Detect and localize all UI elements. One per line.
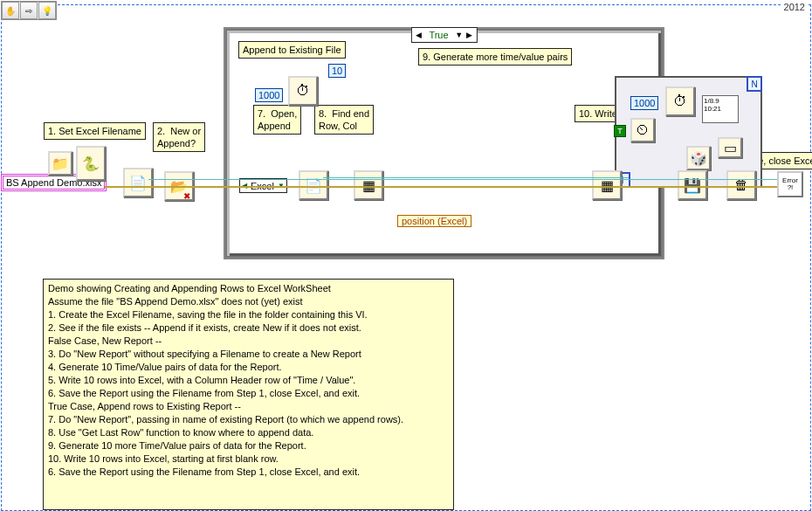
format-datetime-node[interactable]: 1/8.9 10:21 <box>702 95 739 123</box>
run-arrow-button[interactable]: ⇨ <box>20 2 38 19</box>
desc-s1: 1. Create the Excel Filename, saving the… <box>48 308 449 321</box>
label-step2: 2. New or Append? <box>153 122 205 152</box>
fmt-line1: 1/8.9 <box>704 97 737 105</box>
get-last-row-node[interactable]: ▦ <box>354 170 383 200</box>
desc-s5: 5. Write 10 rows into Excel, with a Colu… <box>48 374 449 387</box>
label-step7: 7. Open, Append <box>253 105 301 135</box>
case-dropdown-caret[interactable]: ▼ <box>454 30 464 40</box>
fmt-line2: 10:21 <box>704 105 737 113</box>
desc-s8: 8. Use "Get Last Row" function to know w… <box>48 426 449 439</box>
pan-tool-button[interactable]: ✋ <box>2 2 19 19</box>
wait-1000-constant-2[interactable]: 1000 <box>630 96 658 110</box>
desc-s10: 10. Write 10 rows into Excel, starting a… <box>48 452 449 466</box>
desc-s2: 2. See if the file exists -- Append if i… <box>48 321 449 335</box>
app-dir-node[interactable]: 📁 <box>48 151 72 176</box>
error-text-2: ?! <box>788 184 794 191</box>
report-ref-wire-main <box>148 179 777 180</box>
wait-1000-constant-1[interactable]: 1000 <box>255 88 283 102</box>
probe-button[interactable]: 💡 <box>38 2 56 19</box>
desc-title: Demo showing Creating and Appending Rows… <box>48 282 449 295</box>
dispose-report-node[interactable]: 🗑 <box>726 170 756 200</box>
report-ref-wire <box>323 177 629 178</box>
metronome-icon: ⏱ <box>296 83 310 99</box>
loop-count-constant[interactable]: 10 <box>328 64 346 78</box>
case-prev-arrow[interactable]: ◀ <box>413 30 423 40</box>
description-comment: Demo showing Creating and Appending Rows… <box>43 279 454 510</box>
error-wire-main <box>105 186 777 188</box>
excel-write-node[interactable]: ▦ <box>592 170 622 200</box>
case-next-arrow[interactable]: ▶ <box>464 30 475 40</box>
strip-path-node[interactable]: 📄 <box>123 168 153 197</box>
label-append: Append to Existing File <box>238 41 346 59</box>
case-value: True <box>423 30 453 40</box>
toolbar: ✋ ⇨ 💡 <box>1 1 57 20</box>
desc-tc: True Case, Append rows to Existing Repor… <box>48 400 449 413</box>
label-step9: 9. Generate more time/value pairs <box>418 48 572 66</box>
wait-ms-node-2[interactable]: ⏱ <box>665 86 695 116</box>
build-path-node[interactable]: 🐍 <box>76 146 106 181</box>
desc-s6b: 6. Save the Report using the Filename fr… <box>48 466 449 479</box>
case-structure[interactable]: ◀ True ▼ ▶ Append to Existing File 7. Op… <box>227 31 661 256</box>
label-step1: 1. Set Excel Filename <box>44 122 146 140</box>
wait-ms-node-1[interactable]: ⏱ <box>288 76 318 106</box>
labview-year-label: 2012 <box>782 2 807 12</box>
random-number-node[interactable]: 🎲 <box>686 146 711 170</box>
label-step8: 8. Find end Row, Col <box>314 105 374 135</box>
loop-N-terminal: N <box>747 76 762 92</box>
true-constant[interactable]: T <box>614 125 626 137</box>
get-time-node[interactable]: ⏲ <box>630 118 655 142</box>
build-array-node[interactable]: ▭ <box>718 137 742 158</box>
desc-s7: 7. Do "New Report", passing in name of e… <box>48 413 449 426</box>
error-out-cluster[interactable]: Error ?! <box>777 171 803 197</box>
save-report-node[interactable]: 💾 <box>678 170 707 200</box>
case-selector[interactable]: ◀ True ▼ ▶ <box>410 27 477 43</box>
position-excel-label: position (Excel) <box>397 215 471 227</box>
desc-s9: 9. Generate 10 more Time/Value pairs of … <box>48 439 449 452</box>
desc-fc: False Case, New Report -- <box>48 335 449 348</box>
new-report-node[interactable]: 📄 <box>299 170 328 200</box>
desc-s3: 3. Do "New Report" without specifying a … <box>48 348 449 361</box>
desc-s6: 6. Save the Report using the Filename fr… <box>48 387 449 400</box>
desc-assume: Assume the file "BS Append Demo.xlsx" do… <box>48 295 449 308</box>
metronome-icon-2: ⏱ <box>673 93 687 109</box>
desc-s4: 4. Generate 10 Time/Value pairs of data … <box>48 361 449 374</box>
